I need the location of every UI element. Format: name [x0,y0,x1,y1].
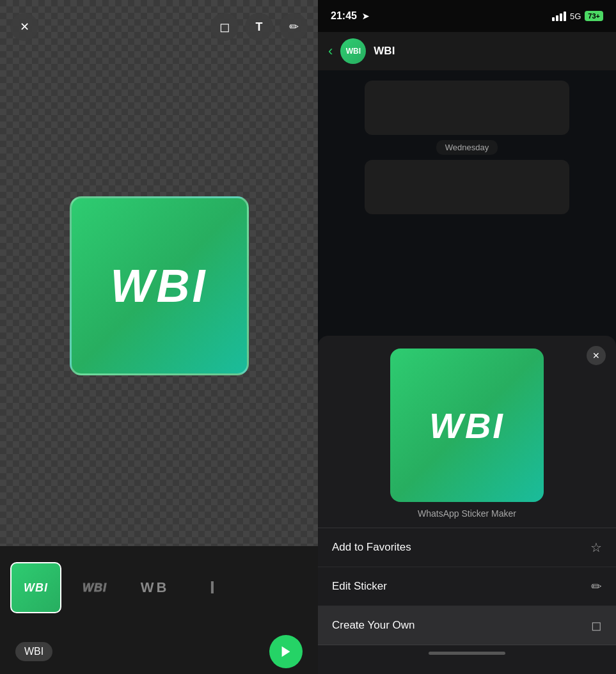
add-favorites-label: Add to Favorites [332,541,411,554]
create-own-icon: ◻ [591,618,602,633]
sticker-icon: ◻ [219,19,230,35]
status-bar: 21:45 ➤ 5G 73+ [318,0,616,32]
strip-item-4[interactable]: I [187,562,238,613]
message-bubble-1 [365,81,569,135]
popup-sticker-preview-area: WBI [318,336,616,508]
signal-bars [552,12,566,21]
strip-w-letter: W [141,579,154,596]
popup-wbi-text: WBI [429,405,505,446]
chat-panel: 21:45 ➤ 5G 73+ ‹ WBI WBI Wednesday ✕ [318,0,616,674]
edit-icon: ✏ [591,579,602,594]
toolbar-button-group: ◻ T ✏ [210,13,308,41]
strip-wbi-1: WBI [24,581,48,595]
send-button[interactable] [269,635,303,668]
text-icon: T [256,20,263,34]
menu-item-add-favorites[interactable]: Add to Favorites ☆ [318,528,616,567]
sticker-wbi-text: WBI [111,260,208,312]
avatar: WBI [340,38,366,64]
strip-item-1[interactable]: WBI [10,562,61,613]
strip-i-letter: I [210,577,215,598]
status-icons: 5G 73+ [552,11,603,21]
battery-indicator: 73+ [585,11,603,21]
location-icon: ➤ [362,12,369,21]
strip-b-letter: B [156,579,166,596]
menu-item-create-own[interactable]: Create Your Own ◻ [318,606,616,645]
edit-sticker-label: Edit Sticker [332,580,387,593]
close-icon: ✕ [20,20,29,34]
close-button[interactable]: ✕ [10,13,38,41]
sticker-strip: WBI WBI W B I [0,546,318,629]
sticker-editor-panel: ✕ ◻ T ✏ WBI WBI WBI [0,0,318,674]
popup-sticker-name: WhatsApp Sticker Maker [318,508,616,519]
message-bubble-2 [365,160,569,214]
date-divider: Wednesday [436,140,498,155]
network-label: 5G [570,12,581,21]
send-icon [279,645,293,659]
status-time: 21:45 ➤ [331,10,369,22]
star-icon: ☆ [590,540,602,555]
editor-bottom-bar: WBI [0,629,318,674]
draw-icon: ✏ [289,20,299,34]
popup-sticker-image: WBI [390,349,544,502]
strip-item-2[interactable]: WBI [69,562,120,613]
strip-item-3[interactable]: W B [128,562,179,613]
back-button[interactable]: ‹ [328,43,333,59]
text-tool-button[interactable]: T [245,13,273,41]
sticker-popup: ✕ WBI WhatsApp Sticker Maker Add to Favo… [318,336,616,674]
editor-canvas: ✕ ◻ T ✏ WBI [0,0,318,546]
create-own-label: Create Your Own [332,619,415,632]
popup-close-icon: ✕ [592,350,600,361]
draw-tool-button[interactable]: ✏ [280,13,308,41]
strip-wbi-2: WBI [83,581,107,595]
main-sticker-preview: WBI [70,196,249,375]
sticker-tool-button[interactable]: ◻ [210,13,239,41]
editor-toolbar: ✕ ◻ T ✏ [0,13,318,41]
home-indicator [429,652,505,655]
chat-header: ‹ WBI WBI [318,32,616,70]
menu-item-edit-sticker[interactable]: Edit Sticker ✏ [318,567,616,606]
sticker-name-label: WBI [15,642,52,661]
chat-name: WBI [374,45,395,58]
popup-close-button[interactable]: ✕ [587,346,606,365]
svg-marker-0 [282,647,290,657]
